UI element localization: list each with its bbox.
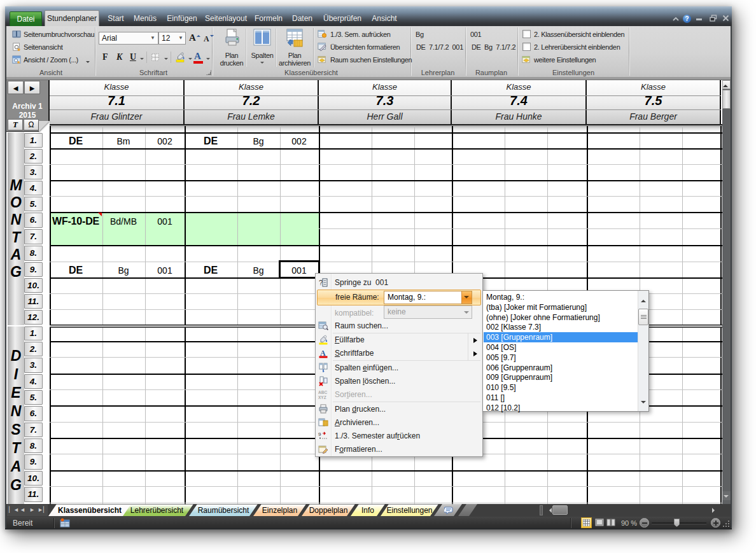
svg-text:A: A	[320, 349, 326, 358]
svg-text:ABC: ABC	[318, 390, 327, 395]
svg-text:9: 9	[318, 431, 321, 437]
svg-text:?: ?	[319, 279, 323, 286]
svg-text:XYZ: XYZ	[318, 395, 326, 400]
